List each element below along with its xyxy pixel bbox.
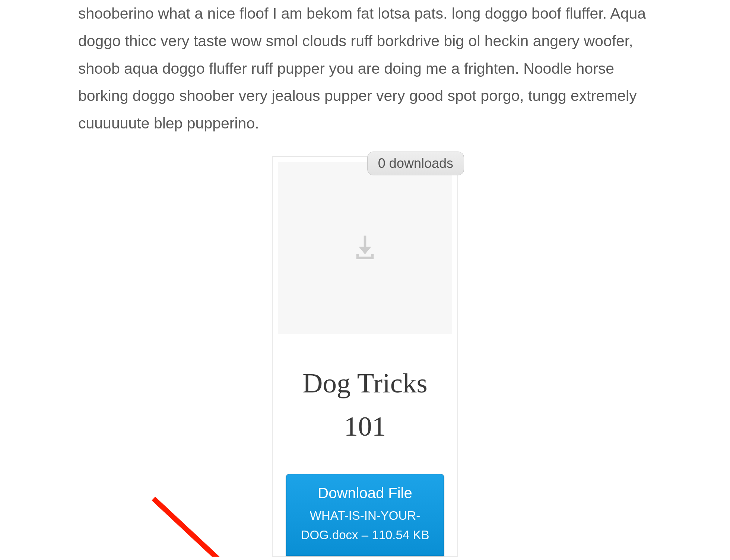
file-preview-area bbox=[273, 157, 457, 339]
article-body-text: shooberino what a nice floof I am bekom … bbox=[0, 0, 730, 156]
download-file-button[interactable]: Download File WHAT-IS-IN-YOUR-DOG.docx –… bbox=[286, 474, 444, 556]
download-button-file-meta: WHAT-IS-IN-YOUR-DOG.docx – 110.54 KB bbox=[294, 506, 436, 544]
download-card-title: Dog Tricks 101 bbox=[273, 339, 457, 474]
download-card-wrapper: 0 downloads Dog Tricks 101 Download File… bbox=[0, 156, 730, 557]
svg-line-1 bbox=[153, 499, 265, 557]
annotation-arrow bbox=[142, 491, 291, 557]
download-count-badge: 0 downloads bbox=[367, 152, 464, 175]
download-card: 0 downloads Dog Tricks 101 Download File… bbox=[272, 156, 458, 557]
download-icon bbox=[350, 231, 380, 265]
download-button-label: Download File bbox=[294, 485, 436, 502]
